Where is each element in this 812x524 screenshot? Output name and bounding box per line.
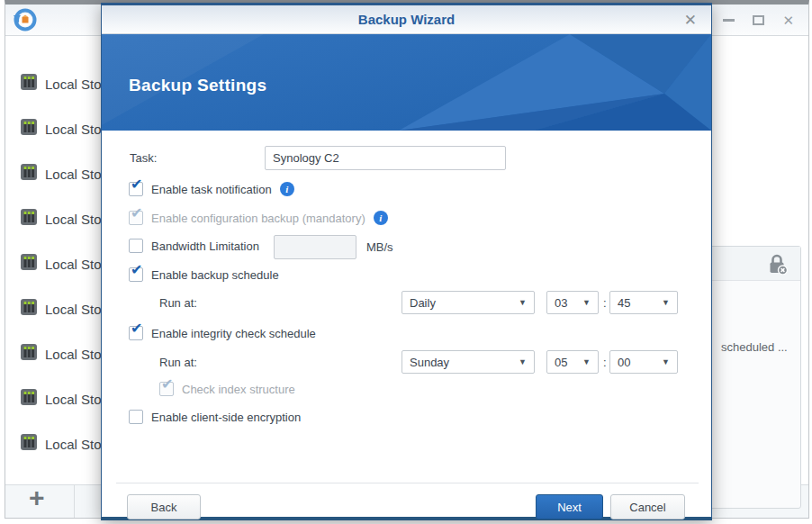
integrity-day-value: Sunday — [410, 356, 449, 369]
local-storage-icon — [20, 433, 38, 455]
sidebar-item-label: Local Sto — [45, 347, 102, 362]
backup-schedule-row: ✔ Enable backup schedule — [129, 267, 279, 282]
sidebar-item-local-storage[interactable]: Local Sto — [5, 387, 104, 411]
add-task-button[interactable]: + — [29, 483, 45, 513]
config-backup-row: ✔ Enable configuration backup (mandatory… — [129, 211, 388, 225]
backup-frequency-select[interactable]: Daily ▼ — [401, 291, 535, 314]
sidebar-item-label: Local Sto — [45, 437, 102, 452]
integrity-check-checkbox[interactable]: ✔ — [129, 326, 143, 340]
backup-run-at-label: Run at: — [159, 296, 197, 310]
config-backup-label: Enable configuration backup (mandatory) — [151, 212, 365, 225]
lock-remove-icon[interactable] — [768, 253, 788, 278]
bandwidth-checkbox[interactable] — [129, 239, 143, 253]
local-storage-icon — [20, 73, 38, 95]
sidebar-item-label: Local Sto — [45, 77, 102, 92]
notification-checkbox[interactable]: ✔ — [129, 182, 143, 196]
local-storage-icon — [20, 118, 38, 140]
footer-separator — [116, 483, 699, 483]
bandwidth-row: Bandwidth Limitation — [129, 239, 259, 253]
sidebar-item-label: Local Sto — [45, 302, 102, 317]
local-storage-icon — [20, 298, 38, 320]
sidebar-item-local-storage[interactable]: Local Sto — [5, 117, 104, 140]
chevron-down-icon: ▼ — [582, 298, 591, 307]
bandwidth-unit-label: MB/s — [366, 240, 393, 254]
sidebar-item-local-storage[interactable]: Local Sto — [5, 162, 104, 185]
backup-schedule-checkbox[interactable]: ✔ — [129, 267, 143, 282]
integrity-check-row: ✔ Enable integrity check schedule — [129, 326, 316, 340]
integrity-run-at-label: Run at: — [159, 356, 197, 369]
check-icon: ✔ — [131, 206, 142, 221]
sidebar-item-local-storage[interactable]: Local Sto — [5, 252, 104, 276]
task-label: Task: — [130, 151, 157, 165]
footer-divider — [74, 485, 75, 518]
sidebar-item-label: Local Sto — [45, 122, 102, 137]
info-icon[interactable]: i — [374, 211, 388, 225]
sidebar-item-label: Local Sto — [45, 167, 102, 182]
sidebar-item-local-storage[interactable]: Local Sto — [5, 72, 104, 95]
close-window-icon[interactable]: ✕ — [782, 14, 794, 27]
backup-wizard-dialog: Backup Wizard ✕ Backup Settings — [101, 3, 712, 520]
sidebar-item-label: Local Sto — [45, 392, 102, 407]
chevron-down-icon: ▼ — [582, 357, 591, 366]
minimize-icon[interactable] — [723, 19, 735, 22]
dialog-body: Task: ✔ Enable task notification i ✔ Ena… — [102, 5, 711, 517]
local-storage-icon — [20, 253, 38, 275]
back-button[interactable]: Back — [127, 494, 201, 519]
backup-minute-value: 45 — [618, 296, 630, 310]
integrity-day-select[interactable]: Sunday ▼ — [401, 350, 535, 374]
sidebar-item-local-storage[interactable]: Local Sto — [5, 432, 104, 456]
config-backup-checkbox: ✔ — [129, 211, 143, 225]
bandwidth-input[interactable] — [274, 235, 356, 259]
task-name-input[interactable] — [265, 146, 506, 170]
sidebar-item-local-storage[interactable]: Local Sto — [5, 477, 104, 479]
sidebar-item-local-storage[interactable]: Local Sto — [5, 297, 104, 321]
notification-label: Enable task notification — [151, 183, 272, 196]
sidebar-item-label: Local Sto — [45, 212, 102, 227]
info-icon[interactable]: i — [280, 182, 294, 196]
check-icon: ✔ — [131, 177, 142, 192]
maximize-icon[interactable] — [753, 15, 764, 25]
next-button[interactable]: Next — [536, 494, 603, 519]
backup-schedule-label: Enable backup schedule — [151, 268, 279, 282]
hyper-backup-app-icon — [13, 7, 38, 36]
integrity-minute-value: 00 — [618, 356, 630, 369]
notification-row: ✔ Enable task notification i — [129, 182, 294, 196]
chevron-down-icon: ▼ — [662, 298, 670, 307]
chevron-down-icon: ▼ — [519, 298, 527, 307]
window-controls: ✕ — [723, 5, 794, 36]
local-storage-icon — [20, 343, 38, 365]
check-icon: ✔ — [131, 263, 142, 277]
screen: ✕ Local Sto — [0, 0, 812, 524]
integrity-hour-value: 05 — [555, 356, 567, 369]
local-storage-icon — [20, 163, 38, 185]
local-storage-icon — [20, 388, 38, 410]
backup-frequency-value: Daily — [410, 296, 436, 310]
backup-hour-select[interactable]: 03 ▼ — [546, 291, 599, 314]
chevron-down-icon: ▼ — [519, 357, 527, 366]
integrity-minute-select[interactable]: 00 ▼ — [609, 350, 678, 374]
backup-minute-select[interactable]: 45 ▼ — [609, 291, 678, 314]
time-separator: : — [603, 296, 607, 310]
bandwidth-label: Bandwidth Limitation — [151, 239, 259, 253]
check-index-row: ✔ Check index structure — [159, 382, 295, 396]
local-storage-icon — [20, 478, 38, 479]
sidebar-item-local-storage[interactable]: Local Sto — [5, 342, 104, 366]
schedule-status-text: scheduled ... — [721, 340, 788, 354]
check-icon: ✔ — [161, 377, 173, 392]
cancel-button[interactable]: Cancel — [610, 494, 685, 519]
encryption-label: Enable client-side encryption — [151, 411, 301, 424]
backup-task-sidebar: Local Sto Local Sto — [5, 37, 104, 479]
integrity-hour-select[interactable]: 05 ▼ — [546, 350, 599, 374]
local-storage-icon — [20, 208, 38, 230]
check-index-checkbox: ✔ — [159, 382, 174, 396]
check-index-label: Check index structure — [182, 383, 295, 396]
sidebar-item-label: Local Sto — [45, 257, 102, 272]
time-separator: : — [603, 356, 607, 369]
check-icon: ✔ — [131, 321, 142, 336]
encryption-checkbox[interactable] — [129, 410, 143, 424]
chevron-down-icon: ▼ — [662, 357, 670, 366]
sidebar-item-local-storage[interactable]: Local Sto — [5, 207, 104, 230]
backup-hour-value: 03 — [555, 296, 567, 310]
encryption-row: Enable client-side encryption — [129, 410, 301, 424]
integrity-check-label: Enable integrity check schedule — [151, 327, 316, 340]
